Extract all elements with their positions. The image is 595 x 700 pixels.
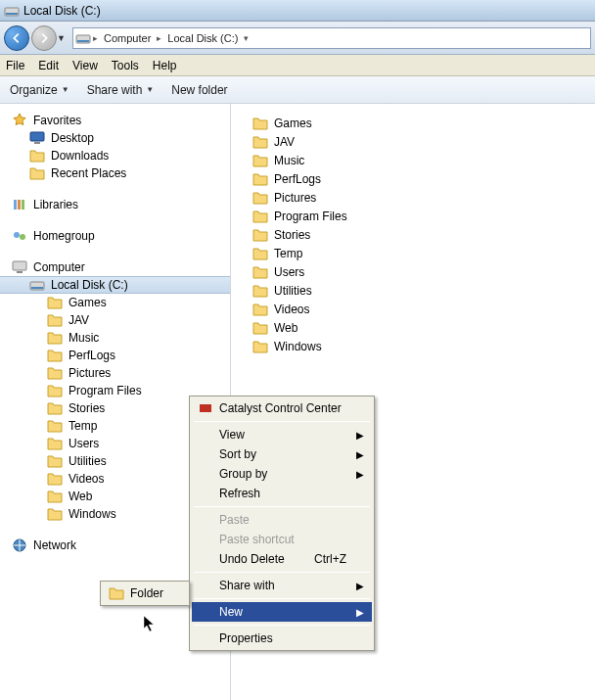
tree-item[interactable]: JAV	[0, 311, 230, 329]
drive-icon	[4, 3, 20, 19]
address-bar[interactable]: ▸ Computer ▸ Local Disk (C:) ▾	[72, 27, 591, 49]
menu-edit[interactable]: Edit	[38, 59, 59, 72]
tree-item[interactable]: PerfLogs	[0, 347, 230, 364]
libraries-header[interactable]: Libraries	[0, 196, 230, 213]
toolbar: Organize▼ Share with▼ New folder	[0, 76, 595, 104]
tree-item-label: Program Files	[69, 384, 142, 397]
ctx-group-by[interactable]: Group by▶	[192, 464, 372, 484]
folder-icon	[47, 365, 63, 381]
list-item[interactable]: Windows	[231, 337, 595, 355]
list-item[interactable]: Pictures	[231, 188, 595, 207]
computer-header[interactable]: Computer	[0, 258, 230, 276]
sidebar-item-local-disk-c[interactable]: Local Disk (C:)	[0, 276, 230, 294]
folder-icon	[47, 471, 63, 487]
folder-icon	[47, 453, 63, 469]
list-item[interactable]: Program Files	[231, 207, 595, 225]
tree-item[interactable]: Pictures	[0, 364, 230, 382]
sidebar-item-recent-places[interactable]: Recent Places	[0, 164, 230, 182]
ctx-new[interactable]: New▶	[192, 602, 372, 622]
list-item[interactable]: Videos	[231, 300, 595, 318]
share-with-button[interactable]: Share with▼	[87, 83, 155, 97]
sidebar-item-desktop[interactable]: Desktop	[0, 129, 230, 147]
list-item[interactable]: Stories	[231, 225, 595, 244]
separator	[194, 598, 370, 599]
svg-rect-3	[77, 40, 89, 42]
folder-icon	[47, 348, 63, 363]
chevron-down-icon[interactable]: ▾	[242, 33, 251, 43]
forward-button[interactable]	[31, 25, 57, 51]
separator	[194, 506, 370, 507]
ctx-new-folder[interactable]: Folder	[103, 583, 187, 603]
breadcrumb-drive[interactable]: Local Disk (C:)	[163, 32, 242, 44]
sidebar-item-downloads[interactable]: Downloads	[0, 147, 230, 164]
svg-rect-5	[34, 142, 40, 144]
breadcrumb-computer[interactable]: Computer	[100, 32, 155, 44]
folder-icon	[47, 400, 63, 416]
list-item[interactable]: Utilities	[231, 281, 595, 300]
folder-icon	[252, 171, 268, 187]
list-item[interactable]: Music	[231, 151, 595, 169]
tree-item-label: Music	[69, 331, 99, 345]
tree-item-label: Web	[69, 490, 92, 503]
list-item[interactable]: Web	[231, 318, 595, 337]
list-item-label: Temp	[274, 247, 302, 260]
folder-icon	[252, 320, 268, 336]
ctx-sort-by[interactable]: Sort by▶	[192, 444, 372, 464]
separator	[194, 572, 370, 573]
tree-item-label: Temp	[69, 419, 97, 433]
svg-rect-7	[18, 200, 21, 210]
star-icon	[12, 113, 27, 128]
menu-tools[interactable]: Tools	[112, 59, 139, 72]
folder-icon	[252, 246, 268, 261]
menu-view[interactable]: View	[72, 59, 98, 72]
nav-history-drop[interactable]: ▼	[57, 33, 69, 43]
folder-icon	[109, 585, 124, 601]
folder-icon	[47, 418, 63, 434]
ctx-catalyst-control-center[interactable]: Catalyst Control Center	[192, 398, 372, 418]
network-label: Network	[33, 538, 76, 552]
network-icon	[12, 537, 27, 553]
menu-help[interactable]: Help	[153, 59, 177, 72]
svg-rect-14	[31, 287, 43, 289]
tree-item-label: Windows	[69, 507, 116, 521]
ctx-undo-delete[interactable]: Undo DeleteCtrl+Z	[192, 549, 372, 569]
ctx-view[interactable]: View▶	[192, 425, 372, 444]
list-item[interactable]: Temp	[231, 244, 595, 262]
chevron-right-icon[interactable]: ▸	[91, 33, 100, 43]
homegroup-label: Homegroup	[33, 229, 95, 243]
libraries-label: Libraries	[33, 198, 78, 211]
new-folder-button[interactable]: New folder	[171, 83, 227, 97]
chevron-right-icon: ▶	[356, 430, 364, 441]
tree-item-label: Utilities	[69, 454, 107, 468]
folder-icon	[47, 506, 63, 522]
tree-item[interactable]: Games	[0, 294, 230, 311]
chevron-right-icon: ▶	[356, 449, 364, 460]
list-item[interactable]: JAV	[231, 132, 595, 151]
back-button[interactable]	[4, 25, 29, 51]
ctx-properties[interactable]: Properties	[192, 629, 372, 648]
chevron-right-icon[interactable]: ▸	[155, 33, 163, 43]
organize-button[interactable]: Organize▼	[10, 83, 69, 97]
list-item[interactable]: Users	[231, 262, 595, 281]
menu-file[interactable]: File	[6, 59, 24, 72]
favorites-header[interactable]: Favorites	[0, 112, 230, 129]
ctx-share-with[interactable]: Share with▶	[192, 576, 372, 595]
svg-rect-8	[22, 200, 24, 210]
computer-icon	[12, 259, 27, 275]
ctx-paste: Paste	[192, 510, 372, 530]
ctx-refresh[interactable]: Refresh	[192, 484, 372, 503]
list-item-label: Games	[274, 117, 312, 130]
list-item-label: Music	[274, 154, 304, 167]
tree-item-label: Games	[69, 296, 107, 309]
homegroup-header[interactable]: Homegroup	[0, 227, 230, 245]
svg-rect-1	[6, 13, 18, 15]
list-item-label: Windows	[274, 340, 322, 353]
tree-item[interactable]: Music	[0, 329, 230, 347]
homegroup-icon	[12, 228, 27, 244]
list-item[interactable]: Games	[231, 114, 595, 132]
chevron-right-icon: ▶	[356, 607, 364, 618]
folder-icon	[252, 302, 268, 317]
list-item[interactable]: PerfLogs	[231, 169, 595, 188]
folder-icon	[47, 330, 63, 346]
menubar: File Edit View Tools Help	[0, 55, 595, 76]
